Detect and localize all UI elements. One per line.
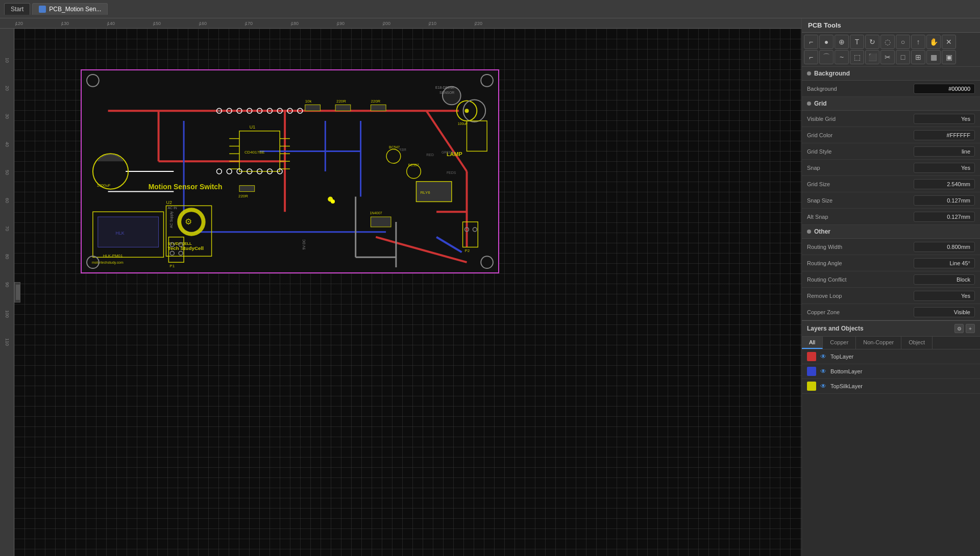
tab-start[interactable]: Start <box>4 3 30 15</box>
ruler-mark-v: 100 <box>5 309 10 337</box>
svg-text:AC Supply: AC Supply <box>169 211 174 228</box>
routing-width-value[interactable]: 0.800mm <box>914 242 975 252</box>
svg-text:AC IN: AC IN <box>167 206 177 210</box>
main-area: 120 130 140 150 160 170 180 190 200 210 … <box>0 18 980 556</box>
svg-text:100uF: 100uF <box>458 122 468 125</box>
ruler-mark: 130 <box>61 21 107 26</box>
ruler-mark-v: 80 <box>5 253 10 281</box>
tool-rect[interactable]: ⬛ <box>865 50 879 64</box>
tool-pad[interactable]: ● <box>819 35 834 49</box>
routing-angle-row: Routing Angle Line 45° <box>802 255 980 271</box>
layers-settings-icon[interactable]: ⚙ <box>954 324 964 333</box>
svg-text:CD4017BE: CD4017BE <box>244 150 265 155</box>
background-section-dot <box>807 71 811 75</box>
ruler-mark-v: 50 <box>5 169 10 197</box>
grid-style-row: Grid Style line <box>802 143 980 160</box>
tool-via[interactable]: ⊕ <box>835 35 849 49</box>
tool-align[interactable]: ⊞ <box>911 50 925 64</box>
toolbar-icons: ⌐ ● ⊕ T ↻ ◌ ○ ↑ ✋ ✕ ⌐ ⌒ ~ ⬚ ⬛ ✂ □ ⊞ ▦ <box>802 33 980 67</box>
svg-text:220R: 220R <box>371 99 380 104</box>
other-section-header[interactable]: Other <box>802 225 980 239</box>
scroll-left-indicator <box>14 282 20 302</box>
snap-value[interactable]: Yes <box>914 163 975 173</box>
remove-loop-value[interactable]: Yes <box>914 291 975 301</box>
svg-rect-47 <box>239 186 255 192</box>
svg-point-26 <box>465 109 469 113</box>
snap-size-row: Snap Size 0.127mm <box>802 192 980 209</box>
background-color-value[interactable]: #000000 <box>914 84 975 94</box>
routing-conflict-value[interactable]: Block <box>914 274 975 285</box>
svg-text:220R: 220R <box>238 194 248 198</box>
alt-snap-value[interactable]: 0.127mm <box>914 212 975 222</box>
svg-text:RED: RED <box>426 153 434 157</box>
grid-style-value[interactable]: line <box>914 146 975 157</box>
layer-tab-all[interactable]: All <box>802 337 823 349</box>
svg-text:RLY6: RLY6 <box>420 190 430 195</box>
svg-text:1000uF: 1000uF <box>97 183 111 188</box>
layers-add-icon[interactable]: + <box>966 324 975 333</box>
ruler-mark-v: 90 <box>5 281 10 309</box>
tool-oval[interactable]: ○ <box>896 35 910 49</box>
canvas-content: 10 20 30 40 50 60 70 80 90 100 110 <box>0 29 801 556</box>
ruler-marks-top: 120 130 140 150 160 170 180 190 200 210 … <box>15 18 521 28</box>
svg-text:P2: P2 <box>465 248 470 253</box>
tool-select[interactable]: ⌐ <box>804 35 818 49</box>
tool-route[interactable]: ⌐ <box>804 50 818 64</box>
tool-box[interactable]: □ <box>896 50 910 64</box>
ruler-mark: 220 <box>475 21 521 26</box>
background-section-header[interactable]: Background <box>802 67 980 81</box>
ruler-mark-v: 10 <box>5 57 10 85</box>
tool-text[interactable]: T <box>850 35 864 49</box>
tool-close[interactable]: ✕ <box>942 35 956 49</box>
visible-grid-row: Visible Grid Yes <box>802 111 980 127</box>
tool-move[interactable]: ↑ <box>911 35 925 49</box>
ruler-mark-v: 60 <box>5 197 10 225</box>
toplayer-visibility-icon[interactable]: 👁 <box>820 353 826 360</box>
ruler-mark: 120 <box>15 21 61 26</box>
properties-panel: Background Background #000000 Grid Visib… <box>802 67 980 556</box>
visible-grid-value[interactable]: Yes <box>914 114 975 124</box>
bottomlayer-visibility-icon[interactable]: 👁 <box>820 368 826 375</box>
tab-pcb[interactable]: PCB_Motion Sen... <box>32 3 108 15</box>
topsilklayer-visibility-icon[interactable]: 👁 <box>820 383 826 390</box>
pcb-tab-icon <box>39 6 46 13</box>
grid-color-value[interactable]: #FFFFFF <box>914 130 975 140</box>
layer-item-topsilklayer: 👁 TopSilkLayer <box>802 379 980 394</box>
tool-arc[interactable]: ↻ <box>865 35 879 49</box>
layer-tab-object[interactable]: Object <box>901 337 933 349</box>
ruler-mark: 150 <box>153 21 199 26</box>
layer-tab-non-copper[interactable]: Non-Copper <box>856 337 901 349</box>
routing-conflict-row: Routing Conflict Block <box>802 271 980 288</box>
svg-text:REF: REF <box>399 148 406 151</box>
svg-text:GREEN: GREEN <box>442 150 454 154</box>
pcb-canvas[interactable]: 1000uF 100uF U1 <box>14 29 801 556</box>
grid-size-row: Grid Size 2.540mm <box>802 176 980 192</box>
grid-section-header[interactable]: Grid <box>802 97 980 111</box>
tool-grid-view[interactable]: ▦ <box>926 50 941 64</box>
svg-text:E18-D80NK: E18-D80NK <box>435 86 454 89</box>
ruler-top: 120 130 140 150 160 170 180 190 200 210 … <box>0 18 801 29</box>
background-color-row: Background #000000 <box>802 81 980 97</box>
svg-text:U2: U2 <box>166 200 172 205</box>
routing-angle-value[interactable]: Line 45° <box>914 258 975 268</box>
tool-cut[interactable]: ✂ <box>880 50 895 64</box>
tool-angle[interactable]: ⌒ <box>819 50 834 64</box>
tool-region-select[interactable]: ⬚ <box>850 50 864 64</box>
svg-text:5V DC: 5V DC <box>302 239 306 249</box>
right-panel: PCB Tools ⌐ ● ⊕ T ↻ ◌ ○ ↑ ✋ ✕ ⌐ ⌒ ~ ⬚ ⬛ <box>801 18 980 556</box>
ruler-mark: 180 <box>291 21 337 26</box>
snap-size-value[interactable]: 0.127mm <box>914 195 975 206</box>
pcb-board: 1000uF 100uF U1 <box>81 69 499 273</box>
tool-circle[interactable]: ◌ <box>880 35 895 49</box>
layer-tab-copper[interactable]: Copper <box>823 337 856 349</box>
copper-zone-value[interactable]: Visible <box>914 307 975 317</box>
tool-wave[interactable]: ~ <box>835 50 849 64</box>
grid-size-value[interactable]: 2.540mm <box>914 179 975 189</box>
layer-item-toplayer: 👁 TopLayer <box>802 349 980 364</box>
topsilklayer-color <box>807 382 816 391</box>
tool-board[interactable]: ▣ <box>942 50 956 64</box>
svg-point-94 <box>218 110 220 112</box>
ruler-mark: 160 <box>199 21 245 26</box>
ruler-mark-v: 110 <box>5 337 10 365</box>
tool-pan[interactable]: ✋ <box>926 35 941 49</box>
